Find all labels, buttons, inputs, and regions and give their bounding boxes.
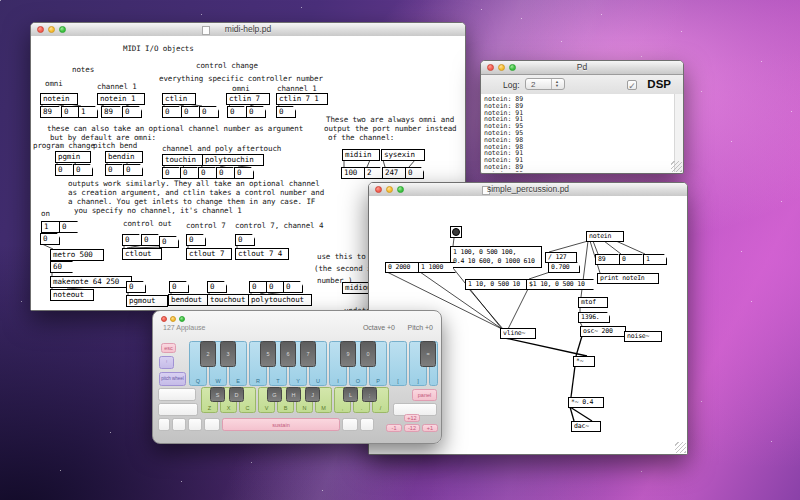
- key-3[interactable]: 3: [220, 341, 236, 367]
- pd-number-box[interactable]: 1: [78, 106, 98, 118]
- pd-object-box[interactable]: ctlout 7 4: [235, 248, 289, 260]
- pd-object-box[interactable]: ctlout 7: [186, 248, 232, 260]
- pd-number-box[interactable]: 0: [246, 106, 266, 118]
- pd-number-box[interactable]: 89: [595, 254, 621, 265]
- pd-number-box[interactable]: 0: [199, 106, 219, 118]
- key-7[interactable]: 7: [300, 341, 316, 367]
- pd-number-box[interactable]: 100: [341, 167, 367, 179]
- pd-number-box[interactable]: 0: [162, 106, 182, 118]
- pd-object-box[interactable]: noteout: [50, 289, 94, 301]
- pd-object-box[interactable]: notein 1: [97, 93, 145, 105]
- pd-object-box[interactable]: pgmin: [55, 151, 91, 163]
- pd-object-box[interactable]: notein: [586, 231, 624, 242]
- resize-grip[interactable]: [671, 161, 682, 172]
- pd-object-box[interactable]: / 127: [545, 252, 577, 263]
- key-blank[interactable]: [158, 388, 196, 401]
- pd-number-box[interactable]: 0: [186, 234, 206, 246]
- pd-object-box[interactable]: *~: [573, 356, 595, 367]
- key-+12[interactable]: +12: [404, 414, 420, 422]
- key--1[interactable]: -1: [386, 424, 402, 432]
- pd-number-box[interactable]: 0: [122, 106, 142, 118]
- pd-number-box[interactable]: 0: [55, 164, 75, 176]
- stepper-icon[interactable]: ▲▼: [551, 79, 562, 89]
- key-panel[interactable]: panel: [412, 389, 437, 401]
- key-0[interactable]: 0: [360, 341, 376, 367]
- key-d[interactable]: D: [229, 387, 244, 402]
- pd-message-box[interactable]: 0 2000: [385, 262, 423, 273]
- pd-object-box[interactable]: ctlin 7 1: [276, 93, 328, 105]
- pd-message-box[interactable]: 60: [50, 261, 73, 273]
- pd-number-box[interactable]: 0: [619, 254, 645, 265]
- pd-number-box[interactable]: 0: [162, 167, 182, 179]
- pd-message-box[interactable]: 1 1000: [418, 262, 456, 273]
- pd-bang[interactable]: [450, 226, 462, 238]
- pd-message-box[interactable]: $1 10, 0 500 10: [526, 279, 594, 290]
- pd-message-box[interactable]: 1 10, 0 500 10: [465, 279, 529, 290]
- key-5[interactable]: 5: [260, 341, 276, 367]
- pd-object-box[interactable]: osc~ 200: [580, 326, 626, 337]
- key-blank[interactable]: [204, 418, 220, 431]
- pd-number-box[interactable]: 1: [643, 254, 667, 265]
- pd-object-box[interactable]: print noteIn: [597, 273, 659, 284]
- key-+1[interactable]: +1: [422, 424, 438, 432]
- pd-object-box[interactable]: touchin: [162, 154, 206, 166]
- pd-number-box[interactable]: 0: [122, 234, 142, 246]
- key--12[interactable]: -12: [404, 424, 420, 432]
- pd-number-box[interactable]: 1396.: [578, 312, 610, 323]
- key-2[interactable]: 2: [200, 341, 216, 367]
- pd-number-box[interactable]: 0: [207, 281, 227, 293]
- pd-object-box[interactable]: pgmout: [126, 295, 168, 307]
- midi-help-titlebar[interactable]: midi-help.pd: [31, 23, 465, 37]
- pd-object-box[interactable]: ctlin: [162, 93, 196, 105]
- pd-number-box[interactable]: 0: [40, 233, 60, 245]
- pd-number-box[interactable]: 0: [234, 167, 254, 179]
- pd-number-box[interactable]: 0: [276, 106, 296, 118]
- pd-number-box[interactable]: 0: [181, 106, 201, 118]
- console-log[interactable]: notein: 89notein: 89notein: 91notein: 91…: [481, 94, 675, 172]
- dsp-checkbox[interactable]: ✓: [627, 80, 637, 90]
- key-blank[interactable]: [: [389, 341, 407, 386]
- pd-object-box[interactable]: dac~: [571, 421, 601, 432]
- pd-number-box[interactable]: 0: [216, 167, 236, 179]
- pd-object-box[interactable]: makenote 64 250: [50, 276, 132, 288]
- pd-number-box[interactable]: 0: [105, 164, 125, 176]
- key-blank[interactable]: [342, 418, 358, 431]
- key-blank[interactable]: ↑: [159, 356, 174, 369]
- key-h[interactable]: H: [286, 387, 301, 402]
- pd-number-box[interactable]: 0.700: [548, 262, 580, 273]
- key-l[interactable]: L: [343, 387, 358, 402]
- pd-number-box[interactable]: 0: [73, 164, 93, 176]
- pd-number-box[interactable]: 0: [141, 234, 161, 246]
- resize-grip[interactable]: [675, 442, 686, 453]
- pd-number-box[interactable]: 0: [126, 281, 146, 293]
- pd-object-box[interactable]: sysexin: [381, 149, 425, 161]
- pd-message-box[interactable]: 1 100, 0 500 100, 0.4 10 600, 0 1000 610: [450, 246, 542, 268]
- key-blank[interactable]: [188, 418, 202, 431]
- pd-object-box[interactable]: noise~: [624, 331, 662, 342]
- pd-object-box[interactable]: polytouchout: [248, 294, 312, 306]
- pd-number-box[interactable]: 0: [405, 167, 424, 179]
- log-level-select[interactable]: 2 ▲▼: [525, 78, 565, 90]
- pd-number-box[interactable]: 89: [40, 106, 62, 118]
- percussion-titlebar[interactable]: simple_percussion.pd: [369, 183, 687, 197]
- pd-object-box[interactable]: bendout: [168, 294, 212, 306]
- pd-object-box[interactable]: metro 500: [50, 249, 104, 261]
- pd-number-box[interactable]: 0: [123, 164, 143, 176]
- pd-number-box[interactable]: 0: [169, 281, 189, 293]
- key-blank[interactable]: [158, 403, 198, 416]
- key-blank[interactable]: [158, 418, 170, 431]
- key-blank[interactable]: [360, 418, 374, 431]
- pd-object-box[interactable]: midiin: [342, 149, 380, 161]
- pd-number-box[interactable]: 247: [382, 167, 408, 179]
- key-blank[interactable]: =: [420, 341, 436, 367]
- pd-object-box[interactable]: notein: [40, 93, 78, 105]
- pd-number-box[interactable]: 0: [159, 236, 179, 248]
- pd-object-box[interactable]: polytouchin: [202, 154, 264, 166]
- pd-number-box[interactable]: 0: [180, 167, 200, 179]
- key-9[interactable]: 9: [340, 341, 356, 367]
- pd-number-box[interactable]: 0: [235, 234, 255, 246]
- pd-object-box[interactable]: mtof: [578, 297, 608, 308]
- key-sustain[interactable]: sustain: [222, 418, 340, 431]
- key-g[interactable]: G: [267, 387, 282, 402]
- key-blank[interactable]: ;: [362, 387, 377, 402]
